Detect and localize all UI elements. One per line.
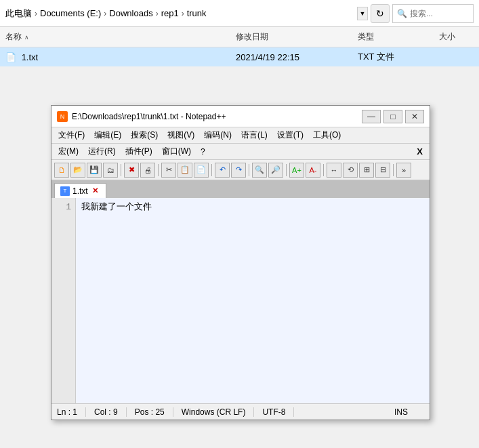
line-num-1: 1 <box>51 201 75 214</box>
file-type: TXT 文件 <box>352 49 434 64</box>
menu-run[interactable]: 运行(R) <box>84 145 120 158</box>
toolbar-close[interactable]: ✖ <box>124 163 139 178</box>
status-ln: Ln : 1 <box>57 407 86 417</box>
breadcrumb-drive[interactable]: Documents (E:) <box>40 8 101 18</box>
sort-arrow-icon: ∧ <box>24 34 29 41</box>
file-name: 📄 1.txt <box>0 51 230 64</box>
toolbar-replace[interactable]: 🔎 <box>268 163 283 178</box>
editor-line-1: 我新建了一个文件 <box>81 201 424 214</box>
status-lineending: Windows (CR LF) <box>182 407 255 417</box>
toolbar-zoom-in[interactable]: A+ <box>289 163 304 178</box>
tabbar: T 1.txt ✕ <box>51 180 430 198</box>
toolbar-save[interactable]: 💾 <box>87 163 102 178</box>
breadcrumb-trunk[interactable]: trunk <box>187 8 207 18</box>
menu-language[interactable]: 语言(L) <box>237 129 272 142</box>
toolbar-sep3 <box>211 164 212 176</box>
breadcrumb-rep1[interactable]: rep1 <box>161 8 179 18</box>
refresh-button[interactable]: ↻ <box>371 4 390 23</box>
editor-content[interactable]: 我新建了一个文件 <box>76 198 430 403</box>
app-icon: N <box>57 111 68 122</box>
toolbar-redo[interactable]: ↷ <box>231 163 246 178</box>
toolbar-zoom-out[interactable]: A- <box>306 163 320 178</box>
title-text: E:\Downloads\rep1\trunk\1.txt - Notepad+… <box>72 112 362 121</box>
menubar-row2: 宏(M) 运行(R) 插件(P) 窗口(W) ? X <box>51 144 430 160</box>
toolbar-print[interactable]: 🖨 <box>140 163 155 178</box>
toolbar-new[interactable]: 🗋 <box>54 163 69 178</box>
search-icon: 🔍 <box>397 9 407 18</box>
toolbar-collapse[interactable]: ⊟ <box>375 163 390 178</box>
menu-settings[interactable]: 设置(T) <box>273 129 308 142</box>
menubar-row1: 文件(F) 编辑(E) 搜索(S) 视图(V) 编码(N) 语言(L) 设置(T… <box>51 127 430 144</box>
toolbar-sep5 <box>286 164 287 176</box>
breadcrumb-computer[interactable]: 此电脑 <box>5 7 32 20</box>
menu-tools[interactable]: 工具(O) <box>309 129 345 142</box>
file-size <box>434 56 474 58</box>
menu-search[interactable]: 搜索(S) <box>127 129 162 142</box>
toolbar-sep1 <box>121 164 121 176</box>
breadcrumb: 此电脑 › Documents (E:) › Downloads › rep1 … <box>5 7 354 20</box>
menu-encoding[interactable]: 编码(N) <box>200 129 236 142</box>
tab-file[interactable]: T 1.txt ✕ <box>54 183 106 198</box>
minimize-button[interactable]: — <box>362 110 381 123</box>
menu-edit[interactable]: 编辑(E) <box>90 129 125 142</box>
tab-file-icon: T <box>60 186 70 196</box>
menu-file[interactable]: 文件(F) <box>54 129 89 142</box>
menu-help[interactable]: ? <box>196 146 209 157</box>
menu-macro[interactable]: 宏(M) <box>54 145 83 158</box>
line-numbers: 1 <box>51 198 76 403</box>
toolbar-open[interactable]: 📂 <box>70 163 85 178</box>
toolbar-cut[interactable]: ✂ <box>161 163 176 178</box>
menu-window[interactable]: 窗口(W) <box>158 145 195 158</box>
editor-area: 1 我新建了一个文件 <box>51 198 430 403</box>
breadcrumb-downloads[interactable]: Downloads <box>109 8 152 18</box>
column-type[interactable]: 类型 <box>352 30 434 44</box>
explorer-header: 名称 ∧ 修改日期 类型 大小 <box>0 27 479 47</box>
breadcrumb-dropdown[interactable]: ▼ <box>357 7 368 20</box>
toolbar-saveall[interactable]: 🗂 <box>103 163 118 178</box>
toolbar-sep4 <box>249 164 249 176</box>
file-explorer: 此电脑 › Documents (E:) › Downloads › rep1 … <box>0 0 479 66</box>
status-mode: INS <box>394 407 416 417</box>
column-date[interactable]: 修改日期 <box>230 30 352 44</box>
toolbar-copy[interactable]: 📋 <box>178 163 192 178</box>
column-size[interactable]: 大小 <box>434 30 474 44</box>
maximize-button[interactable]: □ <box>383 110 402 123</box>
menu-view[interactable]: 视图(V) <box>163 129 199 142</box>
address-bar: 此电脑 › Documents (E:) › Downloads › rep1 … <box>0 0 479 27</box>
toolbar-more[interactable]: » <box>396 163 411 178</box>
column-name[interactable]: 名称 ∧ <box>0 30 230 44</box>
toolbar-undo[interactable]: ↶ <box>215 163 230 178</box>
notepad-window: N E:\Downloads\rep1\trunk\1.txt - Notepa… <box>51 105 430 420</box>
toolbar-sep2 <box>158 164 159 176</box>
toolbar-sep6 <box>323 164 324 176</box>
status-col: Col : 9 <box>94 407 127 417</box>
search-input[interactable] <box>410 9 464 18</box>
file-icon: 📄 <box>5 52 16 62</box>
file-date: 2021/4/19 22:15 <box>230 51 352 64</box>
toolbar-sync[interactable]: ↔ <box>327 163 341 178</box>
titlebar: N E:\Downloads\rep1\trunk\1.txt - Notepa… <box>51 106 430 127</box>
search-box: 🔍 <box>392 4 474 23</box>
menu-plugins[interactable]: 插件(P) <box>121 145 157 158</box>
table-row[interactable]: 📄 1.txt 2021/4/19 22:15 TXT 文件 <box>0 47 479 66</box>
tab-close-button[interactable]: ✕ <box>91 186 100 196</box>
status-pos: Pos : 25 <box>135 407 173 417</box>
toolbar-paste[interactable]: 📄 <box>194 163 209 178</box>
x-button[interactable]: X <box>413 146 427 157</box>
toolbar-find[interactable]: 🔍 <box>252 163 267 178</box>
toolbar-sep7 <box>393 164 394 176</box>
statusbar: Ln : 1 Col : 9 Pos : 25 Windows (CR LF) … <box>51 403 430 420</box>
tab-label: 1.txt <box>72 186 88 196</box>
toolbar-wrap[interactable]: ⟲ <box>343 163 358 178</box>
window-controls: — □ ✕ <box>362 110 424 123</box>
toolbar-expand[interactable]: ⊞ <box>359 163 374 178</box>
close-button[interactable]: ✕ <box>405 110 424 123</box>
status-encoding: UTF-8 <box>262 407 294 417</box>
toolbar: 🗋 📂 💾 🗂 ✖ 🖨 ✂ 📋 📄 ↶ ↷ 🔍 🔎 A+ A- ↔ ⟲ ⊞ ⊟ … <box>51 160 430 180</box>
